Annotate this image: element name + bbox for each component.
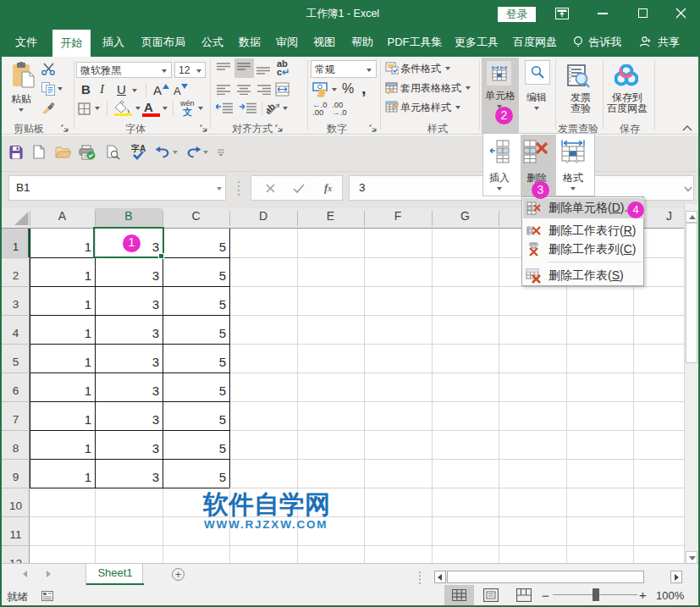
svg-text:字: 字: [131, 144, 140, 153]
svg-text:ab: ab: [267, 102, 278, 116]
